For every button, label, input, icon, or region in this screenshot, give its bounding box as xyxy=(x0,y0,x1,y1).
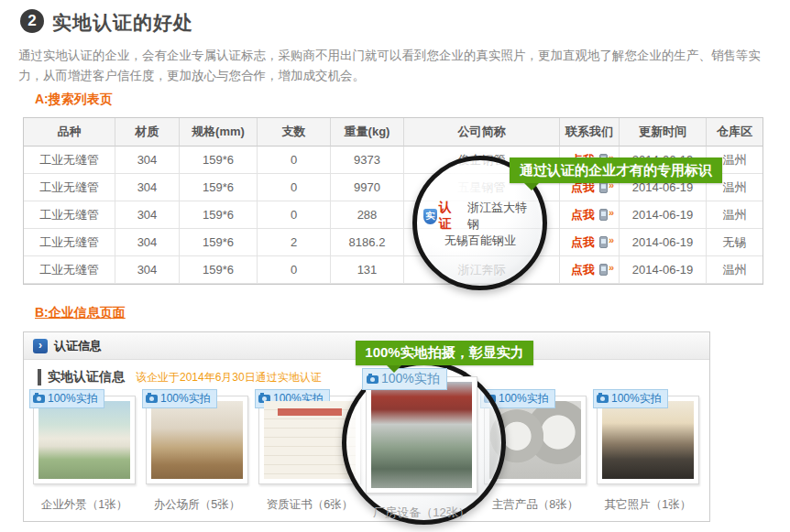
contact-me-label: 点我 xyxy=(571,234,595,251)
cell-variety: 工业无缝管 xyxy=(24,201,115,229)
cell-spec: 159*6 xyxy=(180,229,258,256)
cell-contact: 点我 xyxy=(560,229,620,256)
column-header: 联系我们 xyxy=(560,118,620,147)
certification-label: 认证 xyxy=(439,200,464,233)
cell-count: 2 xyxy=(258,229,331,256)
cell-spec: 159*6 xyxy=(180,147,258,174)
photo-tag: 100%实拍 xyxy=(362,368,447,390)
intro-paragraph: 通过实地认证的企业，会有企业专属认证标志，采购商不用出门就可以看到您企业的真实照… xyxy=(18,46,781,85)
cell-material: 304 xyxy=(115,229,180,256)
phone-icon xyxy=(599,209,608,221)
company-name: 浙江益大特钢 xyxy=(467,200,537,233)
cell-count: 0 xyxy=(258,147,331,174)
cell-spec: 159*6 xyxy=(180,201,258,229)
cell-warehouse: 无锡 xyxy=(707,229,763,256)
cell-contact: 点我 xyxy=(560,256,620,284)
phone-icon xyxy=(599,236,608,248)
factory-equipment-photo xyxy=(371,382,472,488)
cell-material: 304 xyxy=(115,256,180,284)
certified-company-row: 实 认证 浙江益大特钢 xyxy=(423,207,537,225)
photo-tag-label: 100%实拍 xyxy=(611,391,662,407)
cell-weight: 9970 xyxy=(331,174,404,201)
cell-count: 0 xyxy=(258,174,331,201)
cell-updated: 2014-06-19 xyxy=(620,256,707,284)
album-exterior[interactable]: 100%实拍 xyxy=(33,396,136,484)
column-header: 材质 xyxy=(115,118,180,147)
cell-variety: 工业无缝管 xyxy=(24,229,115,256)
column-header: 规格(mm) xyxy=(180,118,258,147)
cell-weight: 131 xyxy=(331,256,404,284)
photo-tag-label: 100%实拍 xyxy=(499,391,549,407)
album-caption[interactable]: 其它照片（1张） xyxy=(584,497,712,513)
section-number-badge: 2 xyxy=(20,9,44,33)
certification-shield-icon: 实 xyxy=(423,209,437,224)
cert-pass-date-text: 该企业于2014年6月30日通过实地认证 xyxy=(136,370,322,385)
contact-me-link[interactable]: 点我 xyxy=(571,207,608,223)
team-photo xyxy=(602,401,694,479)
cell-variety: 工业无缝管 xyxy=(24,256,115,284)
contact-me-label: 点我 xyxy=(571,262,595,278)
column-header: 支数 xyxy=(258,118,331,147)
cell-count: 0 xyxy=(258,201,331,229)
onsite-cert-info-line: 实地认证信息 该企业于2014年6月30日通过实地认证 xyxy=(38,369,322,385)
panel-title: 认证信息 xyxy=(54,338,102,354)
cell-weight: 8186.2 xyxy=(331,229,404,256)
company-name: 无锡百能钢业 xyxy=(423,232,537,250)
photo-tag: 100%实拍 xyxy=(29,389,104,408)
contact-me-label: 点我 xyxy=(571,207,595,223)
photo-card[interactable]: 100%实拍 xyxy=(146,396,248,484)
album-caption[interactable]: 资质证书（6张） xyxy=(246,497,374,513)
photo-tag-label: 100%实拍 xyxy=(48,391,98,407)
contact-me-link[interactable]: 点我 xyxy=(571,262,608,278)
photo-tag: 100%实拍 xyxy=(142,389,217,408)
camera-icon xyxy=(367,375,379,384)
cell-weight: 288 xyxy=(331,201,404,229)
album-caption[interactable]: 办公场所（5张） xyxy=(133,497,261,513)
album-factory-magnified[interactable]: 100%实拍 xyxy=(366,376,477,494)
album-office[interactable]: 100%实拍 xyxy=(146,396,248,484)
album-other[interactable]: 100%实拍 xyxy=(597,396,699,484)
search-result-table: 品种 材质 规格(mm) 支数 重量(kg) 公司简称 联系我们 更新时间 仓库… xyxy=(23,117,763,285)
cell-updated: 2014-06-19 xyxy=(620,201,707,229)
page: 2 实地认证的好处 通过实地认证的企业，会有企业专属认证标志，采购商不用出门就可… xyxy=(0,0,790,532)
photo-card[interactable]: 100%实拍 xyxy=(33,396,136,484)
cell-warehouse: 温州 xyxy=(707,201,763,229)
onsite-photo-tooltip: 100%实地拍摄，彰显实力 xyxy=(356,341,533,365)
photo-card[interactable]: 100%实拍 xyxy=(366,376,477,494)
cell-spec: 159*6 xyxy=(180,174,258,201)
page-title: 实地认证的好处 xyxy=(52,10,193,36)
column-header: 重量(kg) xyxy=(331,118,404,147)
cell-material: 304 xyxy=(115,147,180,174)
section-b-label: B:企业信息页面 xyxy=(35,305,126,321)
company-exterior-photo xyxy=(38,401,130,479)
camera-icon xyxy=(146,395,158,403)
phone-icon xyxy=(599,264,608,276)
cell-updated: 2014-06-19 xyxy=(620,229,707,256)
onsite-cert-info-label: 实地认证信息 xyxy=(38,369,125,385)
section-a-label: A:搜索列表页 xyxy=(35,92,113,108)
column-header: 公司简称 xyxy=(404,118,560,147)
cell-material: 304 xyxy=(115,201,180,229)
column-header: 更新时间 xyxy=(620,118,707,147)
cell-variety: 工业无缝管 xyxy=(24,174,115,201)
album-caption[interactable]: 企业外景（1张） xyxy=(20,497,148,513)
contact-me-link[interactable]: 点我 xyxy=(571,234,608,251)
cell-material: 304 xyxy=(115,174,180,201)
photo-tag: 100%实拍 xyxy=(593,389,668,408)
photo-tag-label: 100%实拍 xyxy=(160,391,211,407)
camera-icon xyxy=(597,395,609,403)
cell-count: 0 xyxy=(258,256,331,284)
album-caption[interactable]: 厂房设备（12张） xyxy=(357,505,486,521)
cell-warehouse: 温州 xyxy=(707,256,763,284)
office-photo xyxy=(151,401,243,479)
photo-tag-label: 100%实拍 xyxy=(381,371,440,387)
chevron-right-icon: › xyxy=(33,339,48,353)
certified-mark-tooltip: 通过认证的企业才有的专用标识 xyxy=(510,157,722,183)
column-header: 品种 xyxy=(24,118,115,147)
column-header: 仓库区 xyxy=(707,118,763,147)
cell-spec: 159*6 xyxy=(180,256,258,284)
album-caption[interactable]: 主营产品（8张） xyxy=(471,497,599,513)
cell-contact: 点我 xyxy=(560,201,620,229)
cell-weight: 9373 xyxy=(331,147,404,174)
photo-card[interactable]: 100%实拍 xyxy=(597,396,699,484)
